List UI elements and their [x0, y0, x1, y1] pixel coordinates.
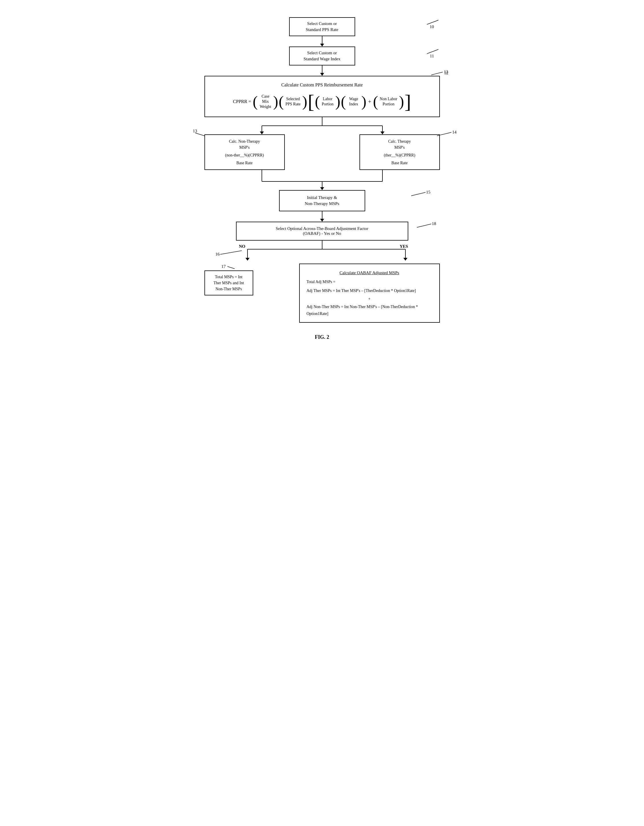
box-wage-index: Select Custom or Standard Wage Index: [289, 47, 355, 65]
box-pps-rate: Select Custom or Standard PPS Rate: [289, 17, 355, 36]
term-labor-line1: Labor: [323, 96, 332, 102]
nontherapy-line2: MSP's: [209, 144, 280, 151]
therapy-line1: Calc. Therapy: [365, 138, 435, 144]
split-arrows-svg: [205, 117, 440, 134]
svg-text:16: 16: [215, 252, 220, 256]
nontherapy-line1: Calc. Non-Therapy: [209, 138, 280, 144]
initial-therapy-line1: Initial Therapy &: [286, 195, 359, 201]
box-nontherapy: Calc. Non-Therapy MSP's (non-ther__%)(CP…: [205, 134, 285, 170]
box-initial-therapy-wrapper: Initial Therapy & Non-Therapy MSPs 15: [205, 190, 440, 211]
term-case-line1: Case: [262, 94, 269, 99]
total-msps-line1: Total MSPs = Int: [208, 274, 249, 280]
initial-therapy-line2: Non-Therapy MSPs: [286, 201, 359, 207]
nontherapy-baserate: Base Rate: [209, 160, 280, 166]
term-wage-line1: Wage: [349, 96, 358, 102]
therapy-formula: (ther__%)(CPPRR): [365, 152, 435, 158]
term-nonlabor-line2: Portion: [383, 102, 394, 107]
merge-arrows-svg: [205, 170, 440, 190]
total-msps-line2: Ther MSPs and Int: [208, 280, 249, 286]
paren-open-4: (: [341, 94, 346, 109]
formula: CPPRR = ( Case Mix Weight ) ( Selected P…: [214, 92, 431, 112]
calc-oabaf-title: Calculate OABAF Adjusted MSPs: [307, 269, 432, 277]
flowchart: Select Custom or Standard PPS Rate 10 Se…: [193, 11, 452, 346]
callout-11: [382, 47, 440, 61]
svg-line-10: [195, 133, 205, 136]
svg-line-31: [220, 251, 242, 255]
box-oabaf-wrapper: Select Optional Across-The-Board Adjustm…: [205, 222, 440, 241]
svg-line-1: [427, 50, 438, 54]
oabaf-split-arrows: NO YES 16: [205, 241, 440, 264]
calc-oabaf-adj-ther: Adj Ther MSPs = Int Ther MSP's – [TherDe…: [307, 287, 432, 294]
ref17-row: 17: [221, 264, 236, 269]
split-arrows-container: [205, 117, 440, 134]
split-boxes-row: 13 Calc. Non-Therapy MSP's (non-ther__%)…: [205, 134, 440, 170]
term-labor: Labor Portion: [320, 96, 335, 107]
callout-18: 18: [414, 222, 437, 230]
svg-marker-27: [403, 258, 407, 261]
calc-oabaf-total: Total Adj MSPs =: [307, 278, 432, 286]
calc-oabaf-adj-nonther2: Option1Rate]: [307, 311, 432, 317]
term-case-line2: Mix: [262, 99, 269, 104]
bracket-open: [: [308, 92, 314, 112]
therapy-line2: MSP's: [365, 144, 435, 151]
box-calc-oabaf: Calculate OABAF Adjusted MSPs Total Adj …: [299, 264, 440, 323]
bracket-close: ]: [405, 92, 411, 112]
term-pps-line2: PPS Rate: [286, 102, 301, 107]
term-nonlabor: Non Labor Portion: [379, 96, 399, 107]
svg-line-2: [431, 72, 443, 75]
svg-line-0: [427, 20, 438, 25]
paren-close-4: ): [362, 94, 366, 109]
term-case-line3: Weight: [259, 104, 271, 109]
merge-arrows-container: [205, 170, 440, 190]
svg-text:12: 12: [444, 70, 448, 74]
total-msps-wrapper: 17 Total MSPs = Int Ther MSPs and Int No…: [205, 264, 253, 295]
svg-text:18: 18: [432, 221, 436, 226]
callout-14: 14: [434, 130, 457, 139]
page: Select Custom or Standard PPS Rate 10 Se…: [193, 11, 452, 346]
term-case-mix: Case Mix Weight: [258, 93, 273, 110]
oabaf-split-svg: NO YES 16: [205, 241, 440, 264]
calc-oabaf-wrapper: Calculate OABAF Adjusted MSPs Total Adj …: [253, 264, 440, 323]
box-nontherapy-wrapper: 13 Calc. Non-Therapy MSP's (non-ther__%)…: [205, 134, 285, 170]
nontherapy-formula: (non-ther__%)(CPPRR): [209, 152, 280, 158]
calc-oabaf-plus: +: [307, 295, 432, 302]
plus-sign: +: [368, 98, 371, 106]
paren-open-2: (: [279, 94, 284, 109]
svg-line-20: [417, 224, 431, 227]
therapy-baserate: Base Rate: [365, 160, 435, 166]
formula-box: Calculate Custom PPS Reimbursement Rate …: [205, 76, 440, 117]
svg-line-32: [227, 266, 234, 269]
term-nonlabor-line1: Non Labor: [380, 96, 397, 102]
calc-oabaf-adj-nonther1: Adj Non-Ther MSPs = Int Non-Ther MSP's –…: [307, 303, 432, 311]
callout-10: [382, 17, 440, 32]
total-msps-line3: Non-Ther MSPs: [208, 286, 249, 292]
box-therapy-wrapper: Calc. Therapy MSP's (ther__%)(CPPRR) Bas…: [360, 134, 440, 170]
term-labor-line2: Portion: [321, 102, 333, 107]
box-total-msps: Total MSPs = Int Ther MSPs and Int Non-T…: [205, 270, 253, 295]
oabaf-line2: (OABAF) - Yes or No: [242, 231, 402, 236]
box-therapy: Calc. Therapy MSP's (ther__%)(CPPRR) Bas…: [360, 134, 440, 170]
box-oabaf: Select Optional Across-The-Board Adjustm…: [236, 222, 408, 241]
svg-text:15: 15: [426, 190, 430, 194]
paren-close-3: ): [335, 94, 340, 109]
svg-text:NO: NO: [239, 244, 245, 248]
cpprr-label: CPPRR =: [233, 99, 251, 105]
callout-12: 12: [431, 71, 448, 79]
svg-marker-8: [260, 132, 264, 134]
callout-17: [227, 264, 236, 269]
paren-open-5: (: [373, 94, 378, 109]
formula-title: Calculate Custom PPS Reimbursement Rate: [214, 82, 431, 88]
svg-marker-17: [320, 187, 324, 190]
svg-line-11: [437, 132, 452, 136]
oabaf-line1: Select Optional Across-The-Board Adjustm…: [242, 226, 402, 231]
callout-15: 15: [408, 190, 431, 199]
term-wage-line2: Index: [349, 102, 358, 107]
box-wage-index-text: Select Custom or Standard Wage Index: [304, 51, 340, 61]
term-pps-rate: Selected PPS Rate: [284, 96, 302, 107]
ref-17-num: 17: [221, 264, 226, 269]
svg-marker-25: [245, 258, 250, 261]
paren-close-1: ): [273, 94, 278, 109]
svg-text:14: 14: [452, 130, 457, 134]
term-wage: Wage Index: [346, 96, 361, 107]
box-initial-therapy: Initial Therapy & Non-Therapy MSPs: [279, 190, 365, 211]
